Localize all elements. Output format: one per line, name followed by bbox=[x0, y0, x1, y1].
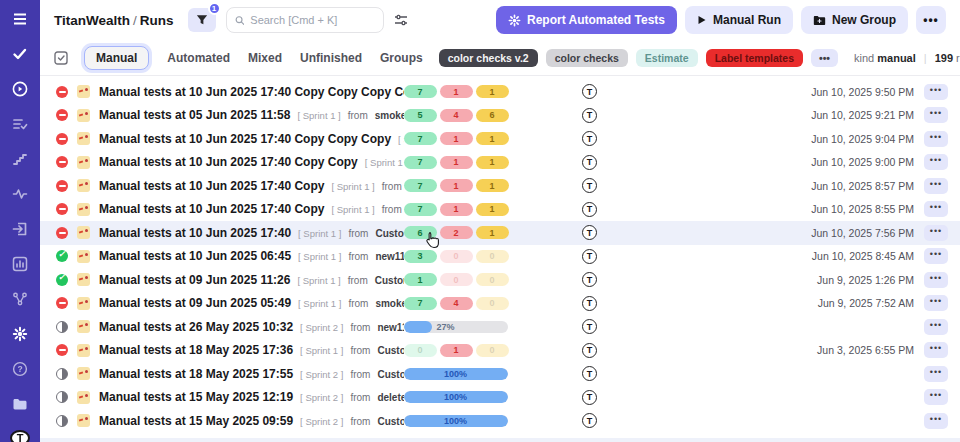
other-count-badge: 1 bbox=[476, 85, 509, 98]
row-more-button[interactable]: ••• bbox=[924, 342, 960, 358]
run-title: Manual tests at 10 Jun 2025 17:40 Copy bbox=[99, 202, 324, 216]
search-input[interactable] bbox=[250, 14, 374, 26]
run-row[interactable]: Manual tests at 05 Jun 2025 11:58 [ Spri… bbox=[40, 104, 960, 128]
row-more-button[interactable]: ••• bbox=[924, 107, 960, 123]
select-runs-icon[interactable] bbox=[54, 51, 68, 65]
chip-color-checks-v-2[interactable]: color checks v.2 bbox=[439, 49, 538, 67]
run-author-avatar: T bbox=[570, 84, 610, 99]
list-check-icon[interactable] bbox=[11, 115, 29, 133]
sidebar: ? T bbox=[0, 0, 40, 442]
run-emoji-icon bbox=[77, 344, 99, 357]
progress-label: 100% bbox=[444, 415, 467, 427]
tab-unfinished[interactable]: Unfinished bbox=[300, 51, 362, 65]
chip-color-checks[interactable]: color checks bbox=[546, 49, 628, 67]
run-result: 546 bbox=[404, 109, 570, 122]
row-more-button[interactable]: ••• bbox=[924, 272, 960, 288]
chip-label-templates[interactable]: Label templates bbox=[706, 49, 803, 67]
run-row[interactable]: Manual tests at 10 Jun 2025 06:45 [ Spri… bbox=[40, 245, 960, 269]
run-row[interactable]: Manual tests at 10 Jun 2025 17:40 Copy [… bbox=[40, 174, 960, 198]
run-result: 711 bbox=[404, 85, 570, 98]
run-row[interactable]: Manual tests at 18 May 2025 17:55 [ Spri… bbox=[40, 362, 960, 386]
run-row[interactable]: Manual tests at 18 May 2025 17:36 [ Spri… bbox=[40, 339, 960, 363]
run-emoji-icon bbox=[77, 391, 99, 404]
run-emoji-icon bbox=[77, 414, 99, 427]
login-box-icon[interactable] bbox=[11, 220, 29, 238]
run-row[interactable]: Manual tests at 15 May 2025 12:19 [ Spri… bbox=[40, 386, 960, 410]
row-more-button[interactable]: ••• bbox=[924, 84, 960, 100]
other-count-badge: 0 bbox=[476, 273, 509, 286]
run-author-avatar: T bbox=[570, 296, 610, 311]
fail-count-badge: 4 bbox=[440, 109, 473, 122]
workspace-avatar[interactable]: T bbox=[10, 430, 30, 442]
check-icon[interactable] bbox=[11, 45, 29, 63]
folder-icon[interactable] bbox=[11, 395, 29, 413]
row-more-button[interactable]: ••• bbox=[924, 248, 960, 264]
row-more-button[interactable]: ••• bbox=[924, 154, 960, 170]
filters-row: ManualAutomatedMixedUnfinishedGroups col… bbox=[40, 40, 960, 76]
tab-mixed[interactable]: Mixed bbox=[248, 51, 282, 65]
tab-groups[interactable]: Groups bbox=[380, 51, 423, 65]
tab-manual[interactable]: Manual bbox=[84, 46, 149, 70]
tab-automated[interactable]: Automated bbox=[167, 51, 230, 65]
run-sprint: [ Sprint 1 ] bbox=[298, 228, 341, 239]
chip-estimate[interactable]: Estimate bbox=[636, 49, 698, 67]
fail-count-badge: 1 bbox=[440, 85, 473, 98]
run-title: Manual tests at 15 May 2025 09:59 bbox=[99, 414, 293, 428]
run-title: Manual tests at 18 May 2025 17:55 bbox=[99, 367, 293, 381]
activity-icon[interactable] bbox=[11, 185, 29, 203]
steps-icon[interactable] bbox=[11, 150, 29, 168]
run-row[interactable]: Manual tests at 10 Jun 2025 17:40 Copy C… bbox=[40, 127, 960, 151]
run-from-label: from bbox=[382, 181, 402, 192]
run-source: new111 bbox=[375, 251, 403, 262]
row-more-button[interactable]: ••• bbox=[924, 225, 960, 241]
run-source: Custom Selection bbox=[377, 416, 403, 427]
manual-run-button[interactable]: Manual Run bbox=[685, 6, 793, 34]
header-more-button[interactable]: ••• bbox=[916, 6, 946, 34]
kind-tabs: ManualAutomatedMixedUnfinishedGroups bbox=[84, 46, 423, 70]
run-title: Manual tests at 09 Jun 2025 11:26 bbox=[99, 273, 290, 287]
row-more-button[interactable]: ••• bbox=[924, 319, 960, 335]
row-more-button[interactable]: ••• bbox=[924, 201, 960, 217]
run-source: smoke bbox=[375, 110, 404, 121]
run-title: Manual tests at 10 Jun 2025 17:40 Copy C… bbox=[99, 132, 391, 146]
filter-button[interactable]: 1 bbox=[188, 8, 216, 32]
breadcrumb-separator: / bbox=[130, 13, 140, 28]
bar-chart-icon[interactable] bbox=[11, 255, 29, 273]
row-more-button[interactable]: ••• bbox=[924, 366, 960, 382]
menu-icon[interactable] bbox=[11, 10, 29, 28]
run-row[interactable]: Manual tests at 10 Jun 2025 17:40 Copy C… bbox=[40, 151, 960, 175]
row-more-button[interactable]: ••• bbox=[924, 131, 960, 147]
row-more-button[interactable]: ••• bbox=[924, 413, 960, 429]
run-row[interactable]: Manual tests at 09 Jun 2025 11:26 [ Spri… bbox=[40, 268, 960, 292]
gear-icon[interactable] bbox=[11, 325, 29, 343]
other-count-badge: 0 bbox=[476, 297, 509, 310]
sliders-icon[interactable] bbox=[394, 13, 408, 27]
row-more-button[interactable]: ••• bbox=[924, 389, 960, 405]
run-title: Manual tests at 10 Jun 2025 17:40 Copy bbox=[99, 179, 324, 193]
run-row[interactable]: Manual tests at 15 May 2025 09:59 [ Spri… bbox=[40, 409, 960, 433]
run-from-label: from bbox=[348, 275, 368, 286]
row-more-button[interactable]: ••• bbox=[924, 178, 960, 194]
run-row[interactable]: Manual tests at 10 Jun 2025 17:40 Copy [… bbox=[40, 198, 960, 222]
new-group-button[interactable]: New Group bbox=[801, 6, 908, 34]
run-result: 100% bbox=[404, 415, 570, 427]
run-date: Jun 10, 2025 7:56 PM bbox=[610, 227, 925, 239]
fail-count-badge: 2 bbox=[440, 226, 473, 239]
run-row[interactable]: Manual tests at 10 Jun 2025 17:40 Copy C… bbox=[40, 80, 960, 104]
svg-text:?: ? bbox=[17, 364, 22, 374]
run-row[interactable]: Manual tests at 26 May 2025 10:32 [ Spri… bbox=[40, 315, 960, 339]
run-row[interactable]: Manual tests at 10 Jun 2025 17:40 [ Spri… bbox=[40, 221, 960, 245]
report-automated-tests-button[interactable]: Report Automated Tests bbox=[496, 6, 677, 34]
run-result: 010 bbox=[404, 344, 570, 357]
branch-icon[interactable] bbox=[11, 290, 29, 308]
help-icon[interactable]: ? bbox=[11, 360, 29, 378]
run-row[interactable]: Manual tests at 09 Jun 2025 05:49 [ Spri… bbox=[40, 292, 960, 316]
row-more-button[interactable]: ••• bbox=[924, 295, 960, 311]
run-result: 27% bbox=[404, 321, 570, 333]
breadcrumb-project[interactable]: TitanWealth bbox=[54, 13, 130, 28]
play-circle-icon[interactable] bbox=[11, 80, 29, 98]
progress-label: 100% bbox=[444, 391, 467, 403]
chip--[interactable]: ••• bbox=[811, 49, 838, 67]
pass-count-badge: 7 bbox=[404, 132, 437, 145]
search-box[interactable] bbox=[226, 7, 384, 33]
